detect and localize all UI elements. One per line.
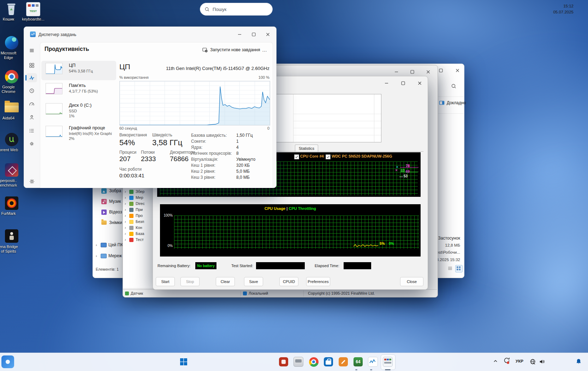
taskbar-task-manager[interactable] xyxy=(367,355,379,368)
run-new-task-button[interactable]: Запустити нове завдання xyxy=(199,45,263,54)
tree-item-devices[interactable]: ›При xyxy=(123,207,154,213)
spec-label: Логічних процесорів: xyxy=(191,151,232,156)
save-button[interactable]: Save xyxy=(244,277,263,286)
preferences-button[interactable]: Preferences xyxy=(306,277,330,286)
tree-item-database[interactable]: ›База xyxy=(123,231,154,237)
tree-item-test[interactable]: ›Тест xyxy=(123,237,154,243)
taskbar-aida64[interactable]: 64 xyxy=(352,355,364,368)
tree-item-network[interactable]: ›Мер xyxy=(123,195,154,201)
tray-notifications[interactable] xyxy=(576,358,582,365)
start-button[interactable] xyxy=(177,355,190,368)
disk-item-title: Диск 0 (C:) xyxy=(69,102,91,108)
view-list-button[interactable] xyxy=(447,266,453,271)
chevron-right-icon: › xyxy=(125,189,126,194)
minimize-icon xyxy=(385,81,388,85)
windows-logo-icon xyxy=(180,358,188,366)
clock-time: 15:12 xyxy=(547,3,574,9)
close-button[interactable]: Close xyxy=(400,277,423,286)
perf-item-memory[interactable]: Пам'ять 4,1/7,7 ГБ (53%) xyxy=(41,81,116,100)
tab-label: Statistics xyxy=(299,146,314,151)
tm-settings-button[interactable] xyxy=(26,177,37,186)
stat-threads-label: Потоки xyxy=(141,150,155,155)
gear-icon xyxy=(29,178,35,184)
series2-checkbox[interactable] xyxy=(326,154,331,159)
dialog-close-button[interactable] xyxy=(412,78,427,88)
taskbar-chrome[interactable] xyxy=(307,355,320,368)
taskbar-search[interactable]: Пошук xyxy=(200,3,273,16)
tm-maximize-button[interactable] xyxy=(247,30,261,39)
tm-more-button[interactable]: … xyxy=(260,45,269,54)
widgets-button[interactable] xyxy=(1,355,14,368)
devices-icon xyxy=(129,208,133,212)
chevron-right-icon: › xyxy=(125,207,126,212)
taskbar-app-red[interactable] xyxy=(277,355,290,368)
grid-view-icon xyxy=(456,266,461,271)
desktop-icon-label: perpositi.. xyxy=(0,178,20,183)
stat-threads-value: 2333 xyxy=(141,155,156,163)
run-new-task-label: Запустити нове завдання xyxy=(210,47,260,52)
explorer-close-button[interactable] xyxy=(450,66,464,75)
desktop-icon-label: Кошик xyxy=(0,17,20,22)
tray-volume[interactable] xyxy=(539,359,545,365)
tray-clock[interactable]: 15:12 05.07.2025 xyxy=(547,3,574,15)
cpuid-button[interactable]: CPUID xyxy=(279,277,298,286)
desktop-icon-label: Edge xyxy=(0,55,20,60)
aida-close-button[interactable] xyxy=(421,67,435,76)
dialog-maximize-button[interactable] xyxy=(396,78,410,88)
clear-button[interactable]: Clear xyxy=(216,277,235,286)
tree-item-config[interactable]: ›Кон xyxy=(123,225,154,231)
tray-language[interactable]: УКР xyxy=(516,359,523,363)
folder-icon xyxy=(101,220,107,225)
storage-icon xyxy=(129,190,133,194)
tree-item-programs[interactable]: ›Про xyxy=(123,213,154,219)
minimize-icon xyxy=(238,33,242,36)
desktop-icon-label: orrent Web xyxy=(0,148,20,152)
taskbar-store[interactable] xyxy=(322,355,335,368)
cpu-item-sub: 54% 3,58 ГГц xyxy=(69,69,93,73)
tab-statistics[interactable]: Statistics xyxy=(295,145,318,152)
perf-item-cpu[interactable]: ЦП 54% 3,58 ГГц xyxy=(41,61,116,80)
clock-icon xyxy=(29,88,35,94)
aida-minimize-button[interactable] xyxy=(389,67,403,76)
tm-close-button[interactable] xyxy=(261,30,275,39)
tray-sync-icon[interactable] xyxy=(503,357,511,365)
tree-item-directx[interactable]: ›Direc xyxy=(123,201,154,207)
tm-nav-users[interactable] xyxy=(26,113,37,122)
hamburger-icon xyxy=(29,48,35,53)
tm-nav-startup[interactable] xyxy=(26,100,37,109)
perf-item-disk[interactable]: Диск 0 (C:) SSD 1% xyxy=(41,101,116,123)
perf-item-gpu[interactable]: Графічний проце Intel(R) Iris(R) Xe Grap… xyxy=(41,124,116,146)
tm-minimize-button[interactable] xyxy=(232,30,247,39)
stop-button[interactable]: Stop xyxy=(180,277,200,286)
dialog-minimize-button[interactable] xyxy=(379,78,393,88)
taskbar-app-orange[interactable] xyxy=(337,355,350,368)
speaker-icon xyxy=(539,359,545,365)
chevron-right-icon: › xyxy=(125,225,126,230)
tray-chevron-up[interactable] xyxy=(493,359,498,364)
gpu-item-sub2: 2% xyxy=(69,136,75,141)
tm-nav-services[interactable] xyxy=(26,139,37,148)
temp-value-max: 78 xyxy=(406,164,410,168)
services-icon xyxy=(29,141,35,147)
taskbar-app-files[interactable] xyxy=(292,355,305,368)
tm-nav-processes[interactable] xyxy=(26,61,37,70)
series1-checkbox[interactable] xyxy=(294,154,299,159)
tm-menu-button[interactable] xyxy=(26,46,37,55)
aida-maximize-button[interactable] xyxy=(405,67,419,76)
details-pane-button[interactable]: Докладно xyxy=(439,100,466,106)
more-icon: … xyxy=(262,47,267,53)
bell-icon xyxy=(576,358,582,365)
tm-nav-performance[interactable] xyxy=(26,73,37,82)
start-button[interactable]: Start xyxy=(156,277,175,286)
taskbar-keyboardtest[interactable] xyxy=(381,355,394,368)
tm-nav-details[interactable] xyxy=(26,126,37,135)
tm-nav-app-history[interactable] xyxy=(26,86,37,95)
view-thumbnails-button[interactable] xyxy=(455,265,463,272)
gauge-icon xyxy=(29,101,35,107)
running-indicator-active xyxy=(385,369,391,370)
search-placeholder: Пошук xyxy=(213,7,226,12)
tree-item-security[interactable]: ›Безп xyxy=(123,219,154,225)
tree-item-storage[interactable]: ›Збер xyxy=(123,189,154,195)
explorer-search-icon[interactable] xyxy=(451,83,457,89)
tray-network[interactable] xyxy=(530,359,536,365)
